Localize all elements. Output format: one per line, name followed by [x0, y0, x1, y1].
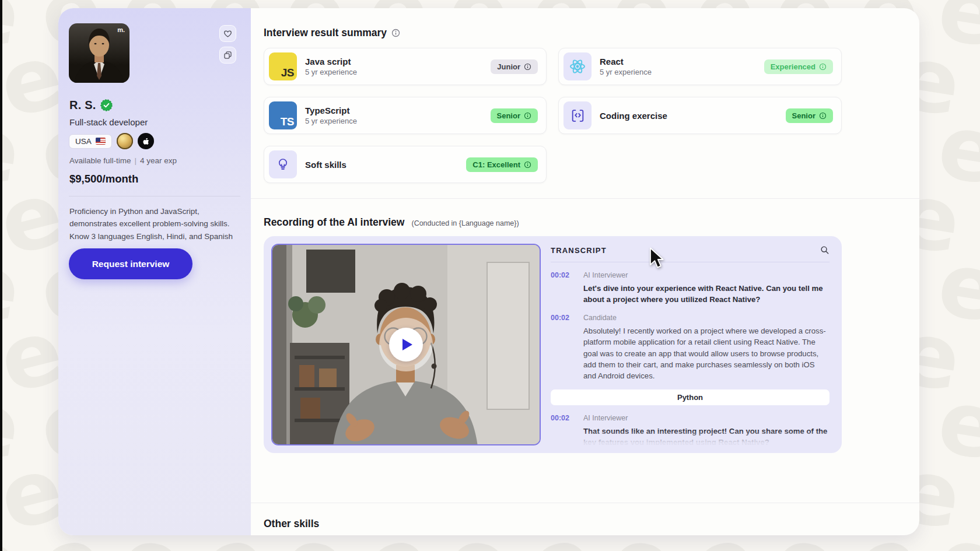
availability-text: Available full-time [69, 156, 131, 165]
sidebar-divider [69, 196, 240, 196]
skill-title: TypeScript [305, 106, 482, 115]
level-badge[interactable]: Senior [786, 108, 833, 123]
level-badge[interactable]: Senior [491, 108, 538, 123]
skill-title: Soft skills [305, 160, 458, 170]
transcript-entry: 00:02 AI Interviewer Let's dive into you… [551, 271, 830, 305]
heart-icon [223, 29, 233, 38]
entry-speaker: AI Interviewer [583, 271, 830, 279]
results-title-text: Interview result summary [264, 27, 387, 39]
skill-card-javascript[interactable]: JS Java script 5 yr experience Junior [264, 48, 547, 85]
experience-text: 4 year exp [140, 156, 177, 165]
entry-text: That sounds like an interesting project!… [583, 426, 830, 445]
transcript-panel[interactable]: TRANSCRIPT 00:02 AI Interviewer Let's di [551, 245, 830, 445]
skill-card-react[interactable]: React 5 yr experience Experienced [558, 48, 842, 85]
skill-card-coding-exercise[interactable]: Coding exercise Senior [558, 97, 842, 134]
country-label: USA [75, 137, 92, 146]
transcript-entry: 00:02 Candidate Absolutely! I recently w… [551, 314, 830, 381]
verified-badge-icon [100, 99, 113, 111]
info-icon[interactable] [391, 29, 400, 37]
entry-timestamp: 00:02 [551, 414, 578, 422]
play-button[interactable] [379, 318, 433, 371]
availability-line: Available full-time|4 year exp [69, 156, 177, 165]
level-badge-text: C1: Excellent [473, 160, 520, 169]
skill-subtitle: 5 yr experience [600, 68, 756, 76]
transcript-entry: 00:02 AI Interviewer That sounds like an… [551, 414, 830, 445]
skill-title: Java script [305, 57, 482, 66]
info-icon [524, 161, 531, 169]
skill-card-typescript[interactable]: TS TypeScript 5 yr experience Senior [264, 97, 547, 134]
play-icon [402, 339, 412, 350]
info-icon [819, 112, 827, 120]
search-icon [820, 245, 830, 255]
typescript-icon: TS [269, 101, 297, 129]
recording-section-title: Recording of the AI interview (Conducted… [264, 216, 519, 229]
code-icon [564, 101, 592, 129]
recording-title-text: Recording of the AI interview [264, 216, 404, 229]
candidate-role: Full-stack developer [69, 117, 148, 127]
monthly-rate: $9,500/month [69, 173, 138, 185]
main-content: Interview result summary JS Java script … [251, 8, 919, 535]
entry-text: Let's dive into your experience with Rea… [583, 283, 830, 305]
left-edge-strip [0, 0, 2, 551]
page: eeeeeeeeeeeeeeeeeeeeeeeeeeeeeeeeeeeeeeee… [0, 0, 980, 551]
lightbulb-icon [269, 150, 297, 178]
candidate-name: R. S. [69, 99, 96, 112]
info-icon [524, 112, 531, 120]
entry-timestamp: 00:02 [551, 271, 578, 279]
results-section-title: Interview result summary [264, 27, 400, 39]
photo-watermark: m. [117, 26, 125, 33]
entry-timestamp: 00:02 [551, 314, 578, 322]
transcript-section-label: Python [551, 389, 830, 405]
skill-title: React [600, 57, 756, 66]
section-divider [251, 198, 919, 199]
skill-subtitle: 5 yr experience [305, 68, 482, 76]
level-badge[interactable]: Junior [491, 59, 538, 74]
info-icon [524, 63, 531, 71]
copy-profile-button[interactable] [219, 47, 236, 64]
level-badge[interactable]: C1: Excellent [466, 157, 538, 172]
usa-flag-icon [96, 138, 106, 145]
transcript-search-button[interactable] [820, 245, 830, 255]
apple-badge-icon[interactable] [138, 133, 154, 149]
candidate-sidebar: m. R. S. Full-s [58, 8, 251, 535]
transcript-divider [551, 262, 830, 262]
request-interview-button[interactable]: Request interview [69, 248, 192, 279]
candidate-photo: m. [69, 23, 130, 83]
skill-title: Coding exercise [600, 111, 778, 121]
react-icon [564, 52, 592, 80]
recording-language-note: (Conducted in {Language name}) [411, 219, 519, 227]
transcript-title: TRANSCRIPT [551, 246, 607, 255]
entry-speaker: Candidate [583, 314, 830, 322]
candidate-summary: Proficiency in Python and JavaScript, de… [69, 205, 237, 243]
level-badge-text: Junior [497, 62, 520, 71]
favorite-button[interactable] [219, 25, 236, 42]
entry-text: Absolutely! I recently worked on a proje… [583, 325, 830, 381]
section-divider [251, 503, 919, 503]
entry-speaker: AI Interviewer [583, 414, 830, 422]
medal-badge-icon[interactable] [117, 133, 133, 149]
other-skills-title: Other skills [264, 518, 319, 530]
info-icon [819, 63, 827, 71]
separator: | [135, 156, 137, 165]
skill-card-soft-skills[interactable]: Soft skills C1: Excellent [264, 146, 547, 183]
level-badge[interactable]: Experienced [764, 59, 833, 74]
level-badge-text: Senior [497, 111, 520, 120]
javascript-icon: JS [269, 52, 297, 80]
skill-subtitle: 5 yr experience [305, 117, 482, 125]
level-badge-text: Experienced [771, 62, 816, 71]
candidate-profile-card: m. R. S. Full-s [58, 8, 919, 535]
level-badge-text: Senior [792, 111, 816, 120]
recording-panel: TRANSCRIPT 00:02 AI Interviewer Let's di [264, 236, 842, 453]
interview-video[interactable] [271, 244, 541, 445]
copy-icon [223, 50, 233, 60]
country-badge: USA [69, 134, 112, 149]
